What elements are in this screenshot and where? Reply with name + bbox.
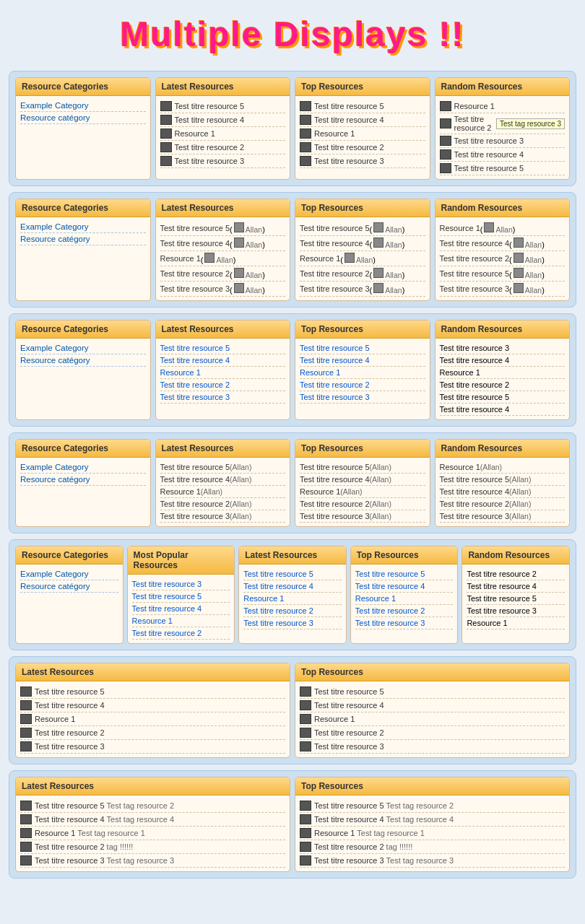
category-link[interactable]: Resource catégory bbox=[20, 233, 146, 245]
resource-link[interactable]: Test titre resource 4 bbox=[314, 815, 384, 824]
resource-link[interactable]: Test titre resource 5 bbox=[314, 801, 384, 810]
resource-link[interactable]: Test titre resource 3 bbox=[160, 512, 230, 520]
category-link[interactable]: Example Category bbox=[20, 568, 118, 580]
category-link[interactable]: Example Category bbox=[20, 100, 146, 112]
resource-link[interactable]: Test titre resource 4 bbox=[300, 475, 370, 484]
resource-link[interactable]: Test titre resource 5 bbox=[175, 102, 245, 110]
resource-link[interactable]: Test titre resource 2 bbox=[35, 842, 105, 851]
resource-link[interactable]: Test titre resource 2 bbox=[160, 500, 230, 508]
resource-link[interactable]: Test titre resource 5 bbox=[300, 463, 370, 471]
resource-link[interactable]: Resource 1 bbox=[440, 463, 480, 471]
resource-link[interactable]: Test titre resource 3 bbox=[355, 619, 425, 627]
resource-link[interactable]: Test titre resource 5 bbox=[300, 224, 370, 232]
resource-link[interactable]: Test titre resource 4 bbox=[160, 475, 230, 484]
resource-link[interactable]: Test titre resource 3 bbox=[300, 393, 370, 401]
resource-link[interactable]: Test titre resource 4 bbox=[35, 815, 105, 824]
category-link[interactable]: Resource catégory bbox=[20, 354, 146, 367]
resource-link[interactable]: Resource 1 bbox=[454, 102, 495, 110]
resource-link[interactable]: Test titre resource 5 bbox=[314, 687, 384, 696]
resource-link[interactable]: Test titre resource 5 bbox=[132, 592, 202, 601]
resource-link[interactable]: Test titre resource 2 bbox=[175, 143, 245, 152]
resource-link[interactable]: Test titre resource 5 bbox=[440, 475, 510, 484]
resource-link[interactable]: Resource 1 bbox=[300, 487, 340, 496]
resource-link[interactable]: Test titre resource 2 bbox=[132, 629, 202, 637]
resource-link[interactable]: Test titre resource 3 bbox=[35, 856, 105, 865]
resource-link[interactable]: Test titre resource 4 bbox=[314, 116, 384, 124]
resource-link[interactable]: Resource 1 bbox=[355, 594, 396, 603]
resource-link[interactable]: Test titre resource 5 bbox=[35, 801, 105, 810]
category-link[interactable]: Example Category bbox=[20, 461, 146, 474]
resource-link[interactable]: Test titre resource 4 bbox=[300, 239, 370, 248]
resource-link[interactable]: Resource 1 bbox=[300, 368, 340, 377]
resource-link[interactable]: Test titre resource 2 bbox=[454, 115, 496, 132]
resource-link[interactable]: Test titre resource 3 bbox=[132, 580, 202, 588]
resource-link[interactable]: Test titre resource 3 bbox=[314, 157, 384, 165]
resource-link[interactable]: Test titre resource 5 bbox=[355, 570, 425, 578]
resource-link[interactable]: Resource 1 bbox=[243, 594, 284, 603]
resource-link[interactable]: Test titre resource 4 bbox=[160, 356, 230, 365]
resource-link[interactable]: Test titre resource 3 bbox=[440, 512, 510, 520]
resource-link[interactable]: Test titre resource 4 bbox=[243, 582, 313, 590]
resource-link[interactable]: Resource 1 bbox=[160, 368, 201, 377]
resource-link[interactable]: Test titre resource 3 bbox=[314, 742, 384, 751]
resource-link[interactable]: Test titre resource 4 bbox=[454, 150, 524, 159]
resource-link[interactable]: Test titre resource 4 bbox=[160, 239, 230, 248]
resource-link[interactable]: Resource 1 bbox=[160, 487, 201, 496]
resource-link[interactable]: Resource 1 bbox=[440, 224, 480, 232]
resource-link[interactable]: Test titre resource 3 bbox=[160, 393, 230, 401]
resource-link[interactable]: Resource 1 bbox=[175, 129, 215, 138]
resource-link[interactable]: Test titre resource 4 bbox=[132, 604, 202, 613]
category-link[interactable]: Resource catégory bbox=[20, 474, 146, 486]
resource-link[interactable]: Test titre resource 3 bbox=[300, 512, 370, 520]
resource-link[interactable]: Resource 1 bbox=[314, 829, 355, 837]
resource-link[interactable]: Test titre resource 5 bbox=[160, 224, 230, 232]
category-link[interactable]: Example Category bbox=[20, 342, 146, 354]
resource-link[interactable]: Test titre resource 2 bbox=[35, 728, 105, 737]
resource-link[interactable]: Resource 1 bbox=[300, 254, 340, 263]
resource-link[interactable]: Test titre resource 3 bbox=[175, 157, 245, 165]
resource-link[interactable]: Test titre resource 2 bbox=[314, 842, 384, 851]
resource-link[interactable]: Test titre resource 4 bbox=[355, 582, 425, 590]
resource-link[interactable]: Resource 1 bbox=[35, 829, 75, 837]
resource-link[interactable]: Test titre resource 5 bbox=[160, 344, 230, 352]
category-link[interactable]: Example Category bbox=[20, 221, 146, 233]
resource-link[interactable]: Test titre resource 2 bbox=[440, 500, 510, 508]
resource-link[interactable]: Resource 1 bbox=[314, 715, 355, 723]
category-link[interactable]: Resource catégory bbox=[20, 112, 146, 124]
resource-link[interactable]: Test titre resource 2 bbox=[243, 606, 313, 615]
resource-link[interactable]: Resource 1 bbox=[35, 715, 75, 723]
resource-link[interactable]: Test titre resource 5 bbox=[160, 463, 230, 471]
resource-link[interactable]: Test titre resource 3 bbox=[454, 136, 524, 145]
resource-link[interactable]: Test titre resource 3 bbox=[300, 284, 370, 293]
resource-link[interactable]: Resource 1 bbox=[160, 254, 201, 263]
resource-link[interactable]: Test titre resource 4 bbox=[440, 487, 510, 496]
resource-link[interactable]: Test titre resource 2 bbox=[314, 143, 384, 152]
resource-link[interactable]: Test titre resource 3 bbox=[440, 284, 510, 293]
resource-link[interactable]: Test titre resource 5 bbox=[440, 269, 510, 278]
resource-link[interactable]: Test titre resource 4 bbox=[300, 356, 370, 365]
resource-link[interactable]: Test titre resource 5 bbox=[35, 687, 105, 696]
resource-link[interactable]: Test titre resource 2 bbox=[160, 269, 230, 278]
resource-link[interactable]: Test titre resource 4 bbox=[175, 116, 245, 124]
resource-link[interactable]: Test titre resource 4 bbox=[440, 239, 510, 248]
resource-link[interactable]: Test titre resource 5 bbox=[454, 164, 524, 173]
resource-link[interactable]: Test titre resource 2 bbox=[300, 269, 370, 278]
resource-link[interactable]: Test titre resource 5 bbox=[243, 570, 313, 578]
resource-link[interactable]: Test titre resource 3 bbox=[243, 619, 313, 627]
resource-link[interactable]: Test titre resource 2 bbox=[300, 500, 370, 508]
resource-link[interactable]: Test titre resource 3 bbox=[314, 856, 384, 865]
resource-link[interactable]: Test titre resource 2 bbox=[355, 606, 425, 615]
resource-link[interactable]: Test titre resource 2 bbox=[440, 254, 510, 263]
resource-link[interactable]: Resource 1 bbox=[132, 616, 173, 625]
resource-link[interactable]: Test titre resource 3 bbox=[35, 742, 105, 751]
resource-link[interactable]: Test titre resource 3 bbox=[160, 284, 230, 293]
resource-link[interactable]: Test titre resource 4 bbox=[35, 701, 105, 710]
resource-link[interactable]: Test titre resource 2 bbox=[300, 380, 370, 389]
resource-link[interactable]: Test titre resource 5 bbox=[314, 102, 384, 110]
category-link[interactable]: Resource catégory bbox=[20, 580, 118, 593]
resource-link[interactable]: Resource 1 bbox=[314, 129, 355, 138]
resource-link[interactable]: Test titre resource 2 bbox=[160, 380, 230, 389]
resource-link[interactable]: Test titre resource 5 bbox=[300, 344, 370, 352]
resource-link[interactable]: Test titre resource 4 bbox=[314, 701, 384, 710]
resource-link[interactable]: Test titre resource 2 bbox=[314, 728, 384, 737]
